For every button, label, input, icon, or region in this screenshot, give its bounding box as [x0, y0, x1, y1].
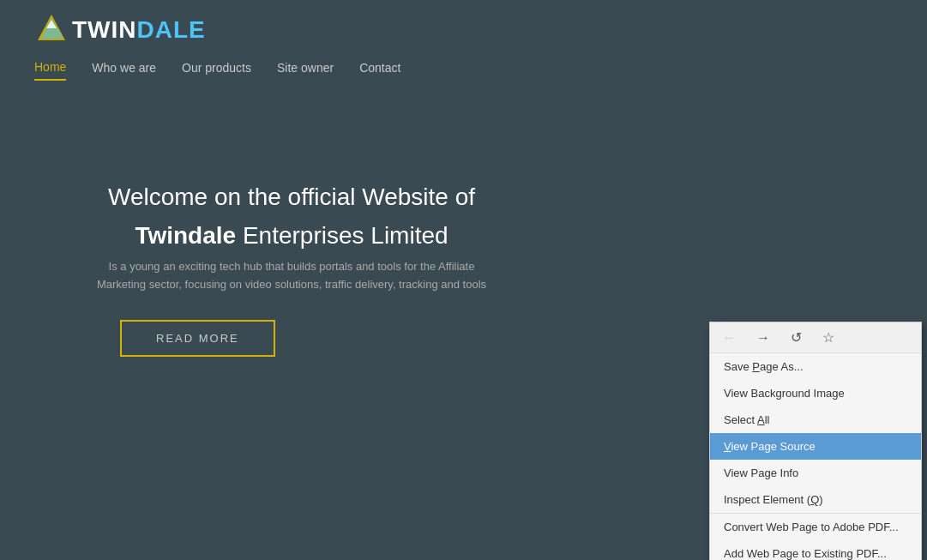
read-more-button[interactable]: READ MORE [120, 320, 275, 357]
logo-dale: DALE [137, 16, 206, 43]
ctx-view-source[interactable]: View Page Source [710, 433, 921, 460]
ctx-save-page[interactable]: Save Page As... [710, 353, 921, 380]
ctx-convert-pdf[interactable]: Convert Web Page to Adobe PDF... [710, 513, 921, 540]
hero-title-line2: Twindale Enterprises Limited [69, 220, 515, 251]
nav-who-we-are[interactable]: Who we are [92, 61, 156, 80]
logo: TWINDALE [34, 13, 206, 47]
bookmark-button[interactable]: ☆ [819, 328, 838, 347]
hero-title-line1: Welcome on the official Website of [69, 182, 515, 213]
context-menu: ← → ↺ ☆ Save Page As... View Background … [709, 322, 922, 560]
hero-normal: Enterprises Limited [236, 222, 448, 249]
ctx-view-info[interactable]: View Page Info [710, 460, 921, 486]
ctx-inspect-element[interactable]: Inspect Element (Q) [710, 486, 921, 513]
back-button[interactable]: ← [719, 328, 739, 347]
header: TWINDALE [0, 0, 927, 60]
forward-button[interactable]: → [753, 328, 774, 347]
ctx-add-pdf[interactable]: Add Web Page to Existing PDF... [710, 540, 921, 560]
navigation: Home Who we are Our products Site owner … [0, 60, 927, 81]
hero-section: Welcome on the official Website of Twind… [34, 81, 549, 424]
ctx-view-background[interactable]: View Background Image [710, 380, 921, 406]
nav-contact[interactable]: Contact [359, 61, 400, 80]
reload-button[interactable]: ↺ [787, 328, 805, 347]
hero-bold: Twindale [135, 222, 236, 249]
context-menu-toolbar: ← → ↺ ☆ [710, 322, 921, 353]
nav-our-products[interactable]: Our products [182, 61, 251, 80]
hero-subtitle: Is a young an exciting tech hub that bui… [69, 258, 515, 294]
nav-home[interactable]: Home [34, 60, 66, 81]
logo-icon [34, 13, 69, 47]
logo-text: TWINDALE [72, 16, 206, 44]
logo-twin: TWIN [72, 16, 137, 43]
nav-site-owner[interactable]: Site owner [277, 61, 334, 80]
ctx-select-all[interactable]: Select All [710, 406, 921, 433]
